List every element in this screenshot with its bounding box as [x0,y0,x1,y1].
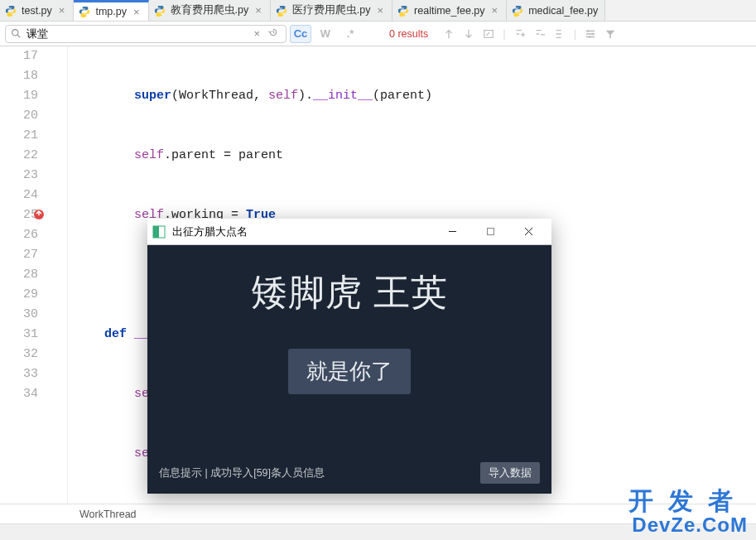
rollcall-dialog: 出征方腊大点名 矮脚虎 王英 就是你了 信息提示 | 成功导入[59]条人员信息… [147,219,551,494]
app-icon [152,225,166,239]
line-number: 31 [0,325,38,345]
dialog-body: 矮脚虎 王英 就是你了 [147,245,551,456]
select-all-occurrences-icon[interactable] [554,28,566,40]
python-file-icon [5,5,17,17]
override-icon[interactable] [33,208,45,219]
add-selection-icon[interactable] [514,28,526,40]
line-number: 20 [0,106,38,126]
line-number: 24 [0,186,38,205]
line-number: 34 [0,384,38,404]
selected-name: 矮脚虎 王英 [156,268,543,317]
tab-medical-spider-py[interactable]: 医疗费用爬虫.py × [271,0,392,21]
line-number: 17 [0,46,38,66]
status-text: 信息提示 | 成功导入[59]条人员信息 [159,466,325,480]
line-number: 25 [0,205,38,225]
dialog-title: 出征方腊大点名 [172,224,427,239]
whole-word-toggle[interactable]: W [315,25,336,43]
svg-point-16 [591,32,594,35]
svg-rect-14 [484,30,494,37]
regex-toggle[interactable]: .* [339,25,361,43]
close-icon[interactable]: × [490,4,500,17]
line-number: 26 [0,225,38,245]
line-number: 32 [0,345,38,364]
svg-point-15 [587,30,590,32]
tab-label: realtime_fee.py [414,5,484,17]
results-count: 0 results [389,28,428,40]
dialog-footer: 信息提示 | 成功导入[59]条人员信息 导入数据 [147,456,551,494]
svg-point-9 [405,13,406,14]
close-icon[interactable]: × [57,4,67,17]
next-match-icon[interactable] [463,28,474,40]
tab-label: 教育费用爬虫.py [171,3,249,17]
svg-rect-20 [153,226,159,238]
search-input[interactable] [26,27,246,40]
line-number: 28 [0,265,38,285]
line-number: 19 [0,86,38,106]
svg-point-4 [156,6,157,7]
close-button[interactable] [510,220,547,243]
maximize-button[interactable] [472,220,508,243]
settings-icon[interactable] [585,28,596,40]
filter-icon[interactable] [604,28,616,40]
find-nav-icons: | | [443,27,616,40]
close-icon[interactable]: × [253,4,263,17]
python-file-icon [512,5,523,17]
select-all-icon[interactable] [483,28,494,40]
tab-label: medical_fee.py [528,5,598,17]
tab-label: tmp.py [95,6,127,17]
line-number: 21 [0,126,38,146]
svg-point-0 [8,6,9,7]
svg-point-17 [589,36,591,38]
line-number: 23 [0,166,38,186]
search-box: × [5,25,287,43]
svg-point-8 [401,6,402,7]
minimize-button[interactable] [434,220,470,243]
prev-match-icon[interactable] [443,28,455,40]
remove-selection-icon[interactable] [534,28,546,40]
svg-point-2 [82,7,83,8]
svg-line-13 [17,35,20,37]
history-search-icon[interactable] [266,27,281,40]
find-bar: × Cc W .* 0 results | | [0,22,756,46]
tab-label: 医疗费用爬虫.py [292,3,371,17]
dialog-titlebar[interactable]: 出征方腊大点名 [147,219,551,245]
tab-edu-spider-py[interactable]: 教育费用爬虫.py × [149,0,271,21]
svg-point-6 [278,6,279,7]
svg-point-11 [519,13,520,14]
python-file-icon [276,5,287,17]
pick-button[interactable]: 就是你了 [288,349,411,394]
svg-point-3 [86,15,87,16]
tab-label: test.py [22,5,52,17]
python-file-icon [79,6,90,17]
match-case-toggle[interactable]: Cc [290,25,311,43]
line-number: 27 [0,245,38,265]
line-number: 33 [0,364,38,384]
line-number: 29 [0,285,38,305]
gutter: 171819202122232425262728293031323334 [0,46,50,504]
fold-column [50,46,68,504]
clear-search-icon[interactable]: × [251,27,262,40]
tab-test-py[interactable]: test.py × [0,0,74,21]
line-number: 30 [0,305,38,325]
search-actions: × [251,27,281,40]
python-file-icon [154,5,166,17]
svg-point-5 [161,13,161,14]
search-icon [11,28,22,39]
python-file-icon [397,5,409,17]
line-number: 18 [0,66,38,86]
import-data-button[interactable]: 导入数据 [480,462,540,484]
svg-point-12 [12,30,18,36]
line-number: 22 [0,146,38,166]
svg-point-1 [12,13,13,14]
close-icon[interactable]: × [132,6,142,18]
svg-point-10 [515,6,516,7]
tab-medical-fee-py[interactable]: medical_fee.py [507,0,605,21]
editor-tabs: test.py × tmp.py × 教育费用爬虫.py × 医疗费用爬虫.py… [0,0,756,22]
tab-realtime-fee-py[interactable]: realtime_fee.py × [392,0,507,21]
svg-point-7 [283,13,284,14]
svg-rect-22 [487,229,494,235]
close-icon[interactable]: × [376,4,386,17]
tab-tmp-py[interactable]: tmp.py × [74,0,148,21]
